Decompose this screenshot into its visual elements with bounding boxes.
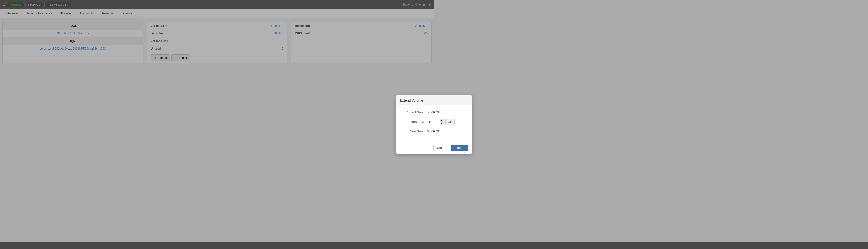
current-size-value: 50.00 GB <box>427 110 434 114</box>
modal-overlay: Extend Volume Current Size: 50.00 GB Ext… <box>0 0 434 124</box>
modal-body: Current Size: 50.00 GB Extend By: ▲ ▼ GB <box>396 105 434 124</box>
extend-by-row: Extend By: ▲ ▼ GB <box>400 118 434 124</box>
modal-title: Extend Volume <box>396 96 434 105</box>
current-size-row: Current Size: 50.00 GB <box>400 110 434 114</box>
extend-by-input-wrapper: ▲ ▼ <box>427 118 434 124</box>
extend-by-input-group: ▲ ▼ GB <box>427 118 434 124</box>
extend-volume-modal: Extend Volume Current Size: 50.00 GB Ext… <box>396 96 434 124</box>
extend-by-input[interactable] <box>429 120 434 123</box>
current-size-label: Current Size: <box>400 110 427 114</box>
extend-by-label: Extend By: <box>400 120 427 123</box>
